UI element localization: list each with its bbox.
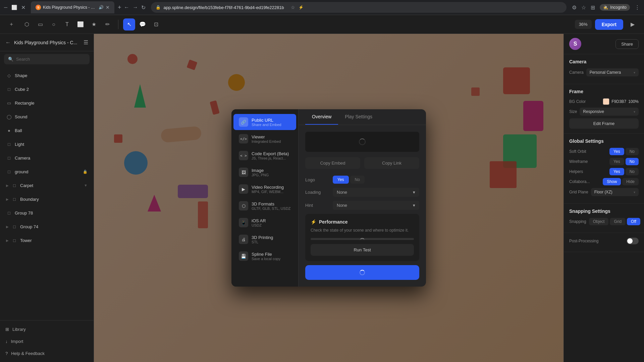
- wireframe-no-button[interactable]: No: [626, 158, 639, 165]
- new-tab-button[interactable]: +: [118, 4, 121, 11]
- reload-button[interactable]: ↻: [141, 4, 146, 11]
- copy-link-button[interactable]: Copy Link: [364, 157, 419, 169]
- carpet-collapse-icon[interactable]: ▼: [84, 183, 88, 187]
- soft-orbit-no-button[interactable]: No: [626, 148, 639, 155]
- modal-item-ios-ar[interactable]: 📱 iOS AR USDZ: [233, 215, 296, 231]
- modal-item-image[interactable]: 🖼 Image JPG, PNG: [233, 164, 296, 180]
- helpers-no-button[interactable]: No: [626, 168, 639, 175]
- cursor-tool-button[interactable]: ↖: [123, 18, 135, 31]
- boundary-expand-icon[interactable]: ▶: [6, 197, 9, 201]
- back-button[interactable]: ←: [124, 4, 129, 10]
- post-processing-toggle[interactable]: [627, 238, 639, 244]
- export-button[interactable]: Export: [595, 19, 623, 30]
- layer-item-group78[interactable]: □ Group 78: [2, 206, 92, 220]
- layer-item-ball[interactable]: ● Ball: [2, 124, 92, 137]
- modal-item-code-export[interactable]: < > Code Export (Beta) JS, Three.js, Rea…: [233, 147, 296, 164]
- star-tool-button[interactable]: ★: [88, 18, 100, 31]
- snapping-grid-button[interactable]: Grid: [610, 218, 626, 225]
- wireframe-yes-button[interactable]: Yes: [609, 158, 624, 165]
- layer-item-camera[interactable]: □ Camera: [2, 151, 92, 165]
- browser-tab[interactable]: S Kids Playground Physics - C... 🔊 ✕: [31, 1, 114, 13]
- soft-orbit-yes-button[interactable]: Yes: [609, 148, 624, 155]
- frame-tool-button[interactable]: ⊡: [150, 18, 162, 31]
- play-button[interactable]: ▶: [627, 18, 639, 31]
- tab-close-icon[interactable]: ✕: [106, 5, 110, 10]
- address-bar[interactable]: 🔒 app.spline.design/file/b153febe-f76f-4…: [151, 2, 567, 13]
- snapping-off-button[interactable]: Off: [627, 218, 640, 225]
- minimize-icon[interactable]: ─: [4, 5, 7, 10]
- sidebar-toggle-icon[interactable]: ⊞: [591, 4, 595, 11]
- zoom-display[interactable]: 36%: [575, 20, 592, 29]
- layer-item-cube2[interactable]: □ Cube 2: [2, 82, 92, 96]
- copy-embed-button[interactable]: Copy Embed: [305, 157, 360, 169]
- modal-item-3d-printing[interactable]: 🖨 3D Printing STL: [233, 231, 296, 247]
- group74-expand-icon[interactable]: ▶: [6, 225, 9, 229]
- canvas-area[interactable]: 🔗 Public URL Share and Embed </> Viewer: [94, 34, 564, 362]
- bookmark-icon[interactable]: ☆: [291, 5, 295, 10]
- modal-item-spline-file[interactable]: 💾 Spline File Save a local copy: [233, 248, 296, 264]
- snapping-group: Object Grid Off: [589, 218, 640, 225]
- modal-item-video[interactable]: ▶ Video Recording MP4, GIF, WEBM...: [233, 181, 296, 197]
- layer-item-ground[interactable]: □ ground 🔒: [2, 165, 92, 178]
- layer-item-sound[interactable]: ◯ Sound: [2, 110, 92, 123]
- hint-dropdown[interactable]: None ▾: [333, 201, 419, 210]
- modal-item-viewer[interactable]: </> Viewer Integrated Embed: [233, 131, 296, 147]
- maximize-icon[interactable]: ⬜: [11, 5, 17, 10]
- tower-icon: □: [11, 237, 17, 243]
- text-tool-button[interactable]: T: [61, 18, 73, 31]
- back-to-home-button[interactable]: ←: [5, 40, 11, 46]
- collabora-show-button[interactable]: Show: [603, 178, 621, 185]
- sidebar-help-button[interactable]: ? Help & Feedback: [0, 347, 94, 359]
- camera-value: Personal Camera: [590, 70, 621, 75]
- logo-no-button[interactable]: No: [350, 176, 365, 184]
- carpet-expand-icon[interactable]: ▶: [6, 184, 9, 187]
- layer-item-light[interactable]: □ Light: [2, 137, 92, 151]
- loading-dropdown[interactable]: None ▾: [333, 188, 419, 197]
- sidebar-import-button[interactable]: ↓ Import: [0, 335, 94, 347]
- share-button[interactable]: Share: [615, 39, 639, 49]
- modal-export-button[interactable]: [305, 265, 419, 280]
- modal-item-public-url[interactable]: 🔗 Public URL Share and Embed: [233, 114, 296, 130]
- layer-item-tower[interactable]: ▶ □ Tower: [2, 234, 92, 247]
- spline-icon[interactable]: ⚡: [299, 5, 304, 10]
- circle-tool-button[interactable]: ○: [48, 18, 60, 31]
- logo-yes-button[interactable]: Yes: [333, 176, 349, 184]
- edit-frame-button[interactable]: Edit Frame: [569, 118, 639, 129]
- layer-item-carpet[interactable]: ▶ □ Carpet ▼: [2, 179, 92, 192]
- layer-item-shape[interactable]: ◇ Shape: [2, 69, 92, 82]
- comment-tool-button[interactable]: 💬: [137, 18, 149, 31]
- layer-item-rectangle[interactable]: ▭ Rectangle: [2, 96, 92, 110]
- tab-play-settings[interactable]: Play Settings: [338, 109, 379, 125]
- size-dropdown[interactable]: Responsive ▾: [580, 108, 639, 116]
- toolbar: ＋ ⬡ ▭ ○ T ⬜ ★ ✏ ↖ 💬 ⊡ 36% Export ▶: [0, 15, 644, 34]
- snapping-object-button[interactable]: Object: [589, 218, 609, 225]
- search-placeholder: Search: [16, 57, 30, 62]
- camera-dropdown[interactable]: Personal Camera ▾: [586, 68, 639, 76]
- layer-item-boundary[interactable]: ▶ □ Boundary: [2, 192, 92, 206]
- layer-item-group74[interactable]: ▶ □ Group 74: [2, 220, 92, 233]
- bookmark-star-icon[interactable]: ☆: [581, 4, 586, 11]
- box-tool-button[interactable]: ⬜: [74, 18, 87, 31]
- run-test-button[interactable]: Run Test: [311, 244, 414, 256]
- helpers-row: Helpers Yes No: [569, 168, 639, 175]
- select-tool-button[interactable]: ⬡: [21, 18, 33, 31]
- rect-tool-button[interactable]: ▭: [34, 18, 46, 31]
- sidebar-menu-button[interactable]: ☰: [84, 39, 88, 46]
- close-icon[interactable]: ✕: [21, 4, 25, 11]
- bg-color-swatch[interactable]: [603, 98, 609, 105]
- sidebar-library-button[interactable]: ⊞ Library: [0, 323, 94, 335]
- add-tool-button[interactable]: ＋: [5, 18, 17, 31]
- grid-plane-dropdown[interactable]: Floor (XZ) ▾: [591, 188, 639, 196]
- modal-item-3d-formats[interactable]: ⬡ 3D Formats GLTF, GLB, STL, USDZ: [233, 198, 296, 214]
- modal-item-viewer-text: Viewer Integrated Embed: [252, 134, 281, 143]
- tab-overview[interactable]: Overview: [305, 109, 338, 125]
- collabora-hide-button[interactable]: Hide: [622, 178, 639, 185]
- helpers-yes-button[interactable]: Yes: [609, 168, 624, 175]
- forward-button[interactable]: →: [132, 4, 138, 10]
- pen-tool-button[interactable]: ✏: [101, 18, 113, 31]
- search-input[interactable]: 🔍 Search: [4, 54, 90, 64]
- more-icon[interactable]: ⋮: [635, 4, 640, 11]
- extensions-icon[interactable]: ⚙: [572, 4, 577, 11]
- tower-expand-icon[interactable]: ▶: [6, 239, 9, 242]
- grid-plane-label: Grid Plane: [569, 190, 588, 194]
